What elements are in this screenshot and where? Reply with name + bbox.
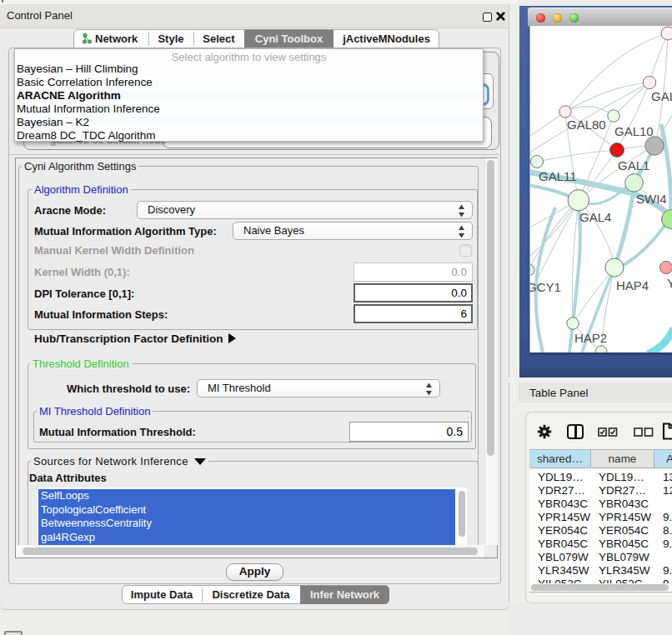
svg-text:HAP2: HAP2 xyxy=(574,331,607,345)
svg-text:GAL80: GAL80 xyxy=(567,118,606,132)
svg-text:GAL10: GAL10 xyxy=(614,124,654,138)
svg-text:GCY1: GCY1 xyxy=(529,280,561,294)
svg-text:GAL1: GAL1 xyxy=(618,158,649,172)
svg-text:GAL11: GAL11 xyxy=(539,169,577,183)
svg-text:GAL7: GAL7 xyxy=(651,89,672,103)
svg-text:HAP4: HAP4 xyxy=(616,278,649,292)
svg-text:YJ: YJ xyxy=(667,276,672,290)
svg-text:GAL4: GAL4 xyxy=(579,210,611,224)
svg-text:SWI4: SWI4 xyxy=(636,192,667,206)
